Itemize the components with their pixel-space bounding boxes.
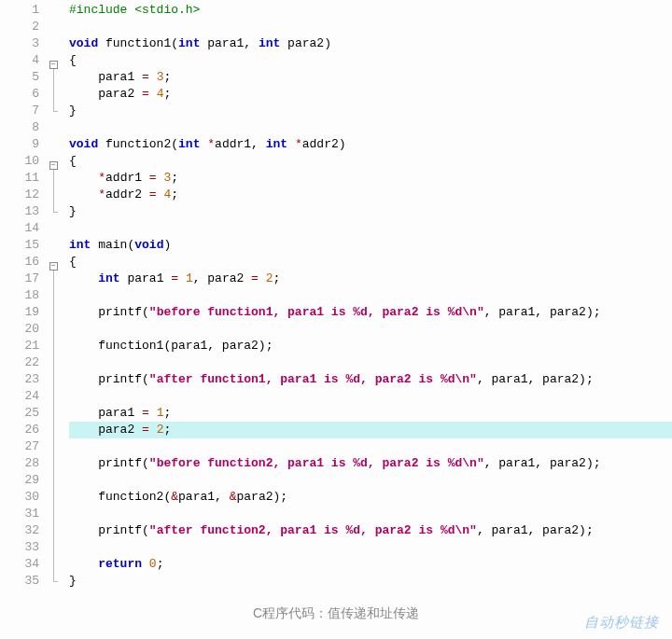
token-kw: int [178,36,207,50]
code-line[interactable]: { [69,254,672,271]
token-fn [69,271,98,285]
code-line[interactable] [69,539,672,556]
code-line[interactable]: { [69,153,672,170]
code-line[interactable]: { [69,52,672,69]
token-fn: function1 [105,36,171,50]
line-number: 16 [0,254,45,271]
code-line[interactable]: return 0; [69,556,672,573]
code-line[interactable]: para1 = 3; [69,69,672,86]
token-fn: main [98,238,127,252]
code-line[interactable]: #include <stdio.h> [69,2,672,19]
token-fn [69,557,98,571]
fold-guide-line [45,405,62,422]
code-line[interactable]: void function2(int *addr1, int *addr2) [69,136,672,153]
line-number: 5 [0,69,45,86]
line-number: 17 [0,271,45,287]
fold-toggle-icon[interactable]: − [45,153,62,170]
token-pun: ) [324,36,331,50]
fold-empty [45,35,62,52]
token-pun: } [69,204,77,218]
line-number-gutter: 1234567891011121314151617181920212223242… [0,0,45,602]
code-line[interactable] [69,19,672,35]
line-number: 6 [0,86,45,103]
fold-guide-line [45,388,62,405]
code-line[interactable] [69,506,672,522]
token-op: * [98,188,105,201]
fold-empty [45,2,62,19]
fold-guide-line [45,187,62,203]
line-number: 35 [0,573,45,590]
token-fn: addr2 [302,137,339,151]
code-line[interactable]: *addr1 = 3; [69,170,672,187]
code-line[interactable]: para1 = 1; [69,405,672,422]
token-pun: ; [163,87,171,101]
minus-icon[interactable]: − [49,262,58,271]
fold-toggle-icon[interactable]: − [45,52,62,69]
code-line[interactable]: printf("before function2, para1 is %d, p… [69,455,672,472]
token-fn: para1 [207,36,244,50]
code-line[interactable]: printf("after function2, para1 is %d, pa… [69,522,672,539]
code-line[interactable]: printf("after function1, para1 is %d, pa… [69,371,672,388]
code-line[interactable]: function2(&para1, &para2); [69,489,672,506]
token-op: = [251,271,259,285]
line-number: 4 [0,52,45,69]
token-kw: int [178,137,207,151]
fold-empty [45,237,62,254]
code-line[interactable] [69,388,672,405]
fold-guide-line [45,271,62,287]
code-line[interactable]: para2 = 4; [69,86,672,103]
fold-toggle-icon[interactable]: − [45,254,62,271]
line-number: 32 [0,522,45,539]
token-op: = [142,406,149,420]
code-line[interactable]: function1(para1, para2); [69,338,672,354]
code-line[interactable] [69,287,672,304]
code-line[interactable]: } [69,203,672,220]
token-num: 0 [149,557,157,571]
code-line[interactable] [69,321,672,338]
token-fn: para2 [287,36,324,50]
code-line[interactable] [69,220,672,237]
code-line[interactable]: *addr2 = 4; [69,187,672,203]
fold-guide-line [45,304,62,321]
minus-icon[interactable]: − [49,61,58,69]
code-line[interactable] [69,472,672,489]
line-number: 12 [0,187,45,203]
line-number: 15 [0,237,45,254]
token-str: "after function1, para1 is %d, para2 is … [149,372,477,386]
line-number: 10 [0,153,45,170]
code-line[interactable]: } [69,103,672,119]
token-fn [69,171,98,185]
code-area[interactable]: #include <stdio.h>void function1(int par… [62,0,672,602]
token-fn: para1 [127,271,171,285]
code-line[interactable] [69,119,672,136]
fold-guide-line [45,170,62,187]
fold-guide-line [45,86,62,103]
fold-guide-line [45,338,62,354]
code-line[interactable]: int para1 = 1, para2 = 2; [69,271,672,287]
fold-guide-line [45,489,62,506]
line-number: 19 [0,304,45,321]
code-line[interactable]: para2 = 2; [69,422,672,438]
code-line[interactable]: int main(void) [69,237,672,254]
token-fn [178,271,186,285]
minus-icon[interactable]: − [49,161,58,170]
code-line[interactable]: void function1(int para1, int para2) [69,35,672,52]
code-line[interactable] [69,354,672,371]
code-line[interactable]: printf("before function1, para1 is %d, p… [69,304,672,321]
token-pun: ( [142,523,149,537]
token-pun: { [69,53,77,67]
code-editor[interactable]: 1234567891011121314151617181920212223242… [0,0,672,602]
token-fn [259,271,266,285]
token-op: * [207,137,215,151]
fold-guide-line [45,472,62,489]
token-fn: para1 [69,70,142,84]
line-number: 25 [0,405,45,422]
token-kw: void [69,36,105,50]
code-line[interactable] [69,438,672,455]
token-kw: int [69,238,98,252]
code-line[interactable]: } [69,573,672,590]
token-num: 1 [186,271,193,285]
image-caption: C程序代码：值传递和址传递 [0,602,672,622]
fold-gutter[interactable]: −−− [45,0,62,602]
line-number: 20 [0,321,45,338]
